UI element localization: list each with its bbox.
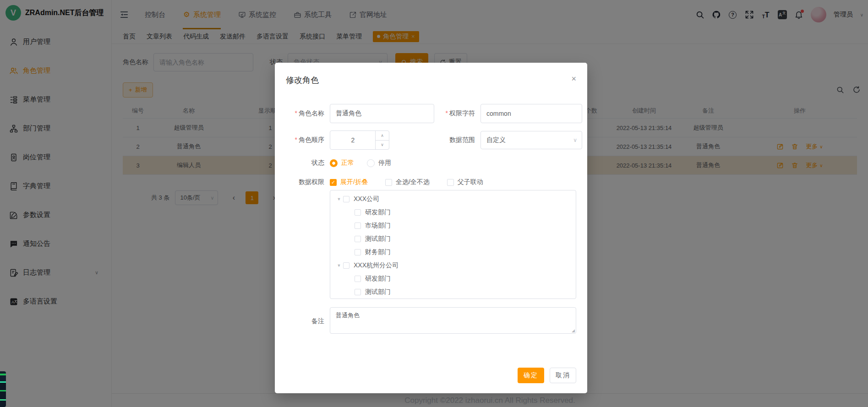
tree-checkbox[interactable] [355,209,361,216]
role-key-input[interactable] [480,104,582,123]
tree-node-label[interactable]: 测试部门 [365,235,391,243]
corner-widget[interactable] [0,371,6,407]
checkbox-label: 父子联动 [458,178,483,186]
tree-checkbox[interactable] [343,196,349,202]
tree-node[interactable]: 市场部门 [330,219,576,232]
tree-node-label[interactable]: 研发部门 [365,275,391,283]
tree-node-label[interactable]: 研发部门 [365,208,391,217]
status-radio-disabled[interactable]: 停用 [367,159,391,167]
required-asterisk: * [295,109,297,117]
check-glyph: ✓ [331,179,335,185]
tree-checkbox[interactable] [355,236,361,242]
app-root: V ZRAdmin.NET后台管理 用户管理 角色管理 菜单管理 部门管理 [0,0,868,407]
data-scope-label: 数据范围 [440,136,480,144]
dept-tree: ▼ XXX公司 研发部门 市场部门 测试部门 [330,190,576,299]
dialog-title: 修改角色 [286,75,319,86]
remark-textarea[interactable]: 普通角色 [330,307,576,334]
confirm-button[interactable]: 确定 [518,368,544,383]
parent-child-link-checkbox[interactable]: 父子联动 [447,178,483,186]
expand-collapse-checkbox[interactable]: ✓ 展开/折叠 [330,178,368,186]
tree-node[interactable]: 测试部门 [330,232,576,245]
required-asterisk: * [446,109,448,117]
edit-role-dialog: 修改角色 × *角色名称 *权限字符 *角色顺序 2 [275,63,587,393]
tree-node[interactable]: 财务部门 [330,245,576,259]
tree-node-label[interactable]: XXX公司 [354,195,379,203]
data-scope-value: 自定义 [486,136,506,144]
cancel-button[interactable]: 取消 [550,368,576,383]
data-scope-select[interactable]: 自定义 ∨ [480,131,582,149]
caret-down-icon[interactable]: ▼ [336,197,342,201]
status-label: 状态 [286,159,330,167]
increase-button[interactable]: ∧ [376,131,389,141]
dialog-header: 修改角色 × [286,75,576,86]
chevron-down-icon: ∨ [573,137,577,143]
data-perm-label: 数据权限 [286,178,330,186]
role-name-input[interactable] [330,104,434,123]
checkbox-unchecked-icon [385,179,392,186]
tree-node-label[interactable]: 市场部门 [365,222,391,230]
role-sort-value: 2 [330,131,376,149]
status-radio-normal[interactable]: 正常 [330,159,354,167]
remark-label: 备注 [286,317,330,326]
radio-label: 停用 [378,159,391,167]
checkbox-label: 展开/折叠 [340,178,368,186]
role-name-label: *角色名称 [286,109,330,118]
tree-node[interactable]: 研发部门 [330,272,576,285]
checkbox-label: 全选/全不选 [396,178,430,186]
radio-selected-icon [330,159,338,167]
caret-down-icon[interactable]: ▼ [336,263,342,268]
tree-node[interactable]: 测试部门 [330,285,576,298]
radio-unselected-icon [367,159,375,167]
tree-checkbox[interactable] [355,222,361,229]
tree-node[interactable]: ▼ XXX公司 [330,192,576,206]
role-sort-stepper[interactable]: 2 ∧ ∨ [330,130,389,150]
stepper-buttons: ∧ ∨ [375,131,389,149]
checkbox-unchecked-icon [447,179,454,186]
radio-label: 正常 [341,159,354,167]
tree-node-label[interactable]: XXX杭州分公司 [354,261,399,270]
tree-checkbox[interactable] [355,249,361,255]
decrease-button[interactable]: ∨ [376,141,389,150]
checkbox-checked-icon: ✓ [330,179,337,186]
tree-checkbox[interactable] [355,276,361,282]
form-row: 备注 普通角色 ◢ [286,307,576,335]
close-icon[interactable]: × [571,75,576,83]
tree-checkbox[interactable] [355,289,361,295]
select-all-checkbox[interactable]: 全选/全不选 [385,178,430,186]
tree-node[interactable]: ▼ XXX杭州分公司 [330,259,576,272]
role-form: *角色名称 *权限字符 *角色顺序 2 ∧ ∨ [286,104,576,335]
tree-node[interactable]: 研发部门 [330,206,576,219]
tree-node-label[interactable]: 财务部门 [365,248,391,256]
form-row: 数据权限 ✓ 展开/折叠 全选/全不选 父子联动 [286,178,576,186]
form-row: *角色顺序 2 ∧ ∨ 数据范围 自定义 ∨ [286,130,576,150]
form-row: ▼ XXX公司 研发部门 市场部门 测试部门 [286,190,576,299]
form-row: 状态 正常 停用 [286,159,576,167]
role-key-label: *权限字符 [440,109,480,118]
form-row: *角色名称 *权限字符 [286,104,576,123]
role-sort-label: *角色顺序 [286,136,330,144]
tree-node-label[interactable]: 测试部门 [365,288,391,296]
dialog-footer: 确定 取消 [518,368,576,383]
tree-checkbox[interactable] [343,262,349,269]
required-asterisk: * [295,136,297,143]
